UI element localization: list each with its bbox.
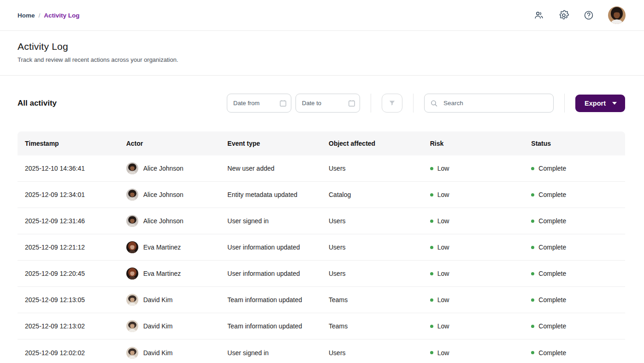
table-row[interactable]: 2025-12-09 12:13:05 David KimTeam inform…: [18, 287, 625, 313]
actor-name: David Kim: [143, 296, 173, 303]
risk-cell: Low: [423, 165, 524, 172]
status-dot: [531, 351, 534, 354]
timestamp-cell: 2025-12-09 12:13:05: [18, 296, 119, 303]
table-row[interactable]: 2025-12-09 12:31:46 Alice JohnsonUser si…: [18, 208, 625, 234]
date-from-field: [227, 94, 291, 113]
actor-cell: Eva Martinez: [119, 241, 220, 253]
object-affected-cell: Catalog: [321, 191, 423, 198]
timestamp-cell: 2025-12-09 12:20:45: [18, 270, 119, 277]
table-row[interactable]: 2025-12-10 14:36:41 Alice JohnsonNew use…: [18, 155, 625, 182]
status-dot: [531, 272, 534, 275]
column-header: Object affected: [321, 140, 423, 147]
date-to-input[interactable]: [295, 94, 360, 113]
breadcrumb-home-link[interactable]: Home: [18, 12, 35, 19]
object-affected-cell: Teams: [321, 322, 423, 330]
event-type-cell: User information updated: [220, 270, 321, 277]
team-icon[interactable]: [533, 10, 544, 21]
table-row[interactable]: 2025-12-09 12:02:02 David KimUser signed…: [18, 339, 625, 363]
object-affected-cell: Users: [321, 244, 423, 251]
actor-name: Alice Johnson: [143, 217, 183, 225]
status-cell: Complete: [524, 165, 625, 172]
actor-cell: David Kim: [119, 347, 220, 359]
status-dot: [430, 351, 433, 354]
event-type-cell: Entity metadata updated: [220, 191, 321, 198]
export-button-label: Export: [585, 100, 606, 107]
timestamp-cell: 2025-12-10 14:36:41: [18, 165, 119, 172]
search-input[interactable]: [424, 94, 554, 113]
actor-name: Eva Martinez: [143, 244, 181, 251]
status-dot: [430, 246, 433, 249]
event-type-cell: User signed in: [220, 349, 321, 357]
activity-table: TimestampActorEvent typeObject affectedR…: [18, 131, 625, 363]
toolbar-divider: [564, 94, 565, 113]
actor-avatar: [126, 189, 138, 201]
object-affected-cell: Users: [321, 217, 423, 225]
column-header: Actor: [119, 140, 220, 147]
actor-avatar: [126, 162, 138, 174]
export-button[interactable]: Export: [575, 95, 625, 112]
actor-cell: Eva Martinez: [119, 268, 220, 280]
actor-name: Alice Johnson: [143, 165, 183, 172]
table-row[interactable]: 2025-12-09 12:13:02 David KimTeam inform…: [18, 313, 625, 339]
actor-avatar: [126, 320, 138, 332]
status-dot: [430, 272, 433, 275]
actor-avatar: [126, 347, 138, 359]
object-affected-cell: Users: [321, 349, 423, 357]
risk-cell: Low: [423, 244, 524, 251]
status-dot: [430, 167, 433, 170]
column-header: Event type: [220, 140, 321, 147]
table-row[interactable]: 2025-12-09 12:21:12 Eva MartinezUser inf…: [18, 234, 625, 261]
status-cell: Complete: [524, 191, 625, 198]
status-dot: [531, 246, 534, 249]
actor-avatar: [126, 294, 138, 306]
actor-name: David Kim: [143, 322, 173, 330]
page-header: Activity Log Track and review all recent…: [0, 31, 644, 76]
breadcrumb-current: Activity Log: [44, 12, 79, 19]
breadcrumb: Home / Activity Log: [18, 12, 80, 19]
object-affected-cell: Users: [321, 270, 423, 277]
filter-button[interactable]: [382, 94, 402, 113]
status-dot: [430, 193, 433, 196]
settings-gear-icon[interactable]: [558, 10, 569, 21]
status-dot: [430, 325, 433, 328]
object-affected-cell: Users: [321, 165, 423, 172]
table-row[interactable]: 2025-12-09 12:20:45 Eva MartinezUser inf…: [18, 261, 625, 287]
profile-avatar[interactable]: [608, 6, 626, 24]
table-row[interactable]: 2025-12-09 12:34:01 Alice JohnsonEntity …: [18, 182, 625, 208]
timestamp-cell: 2025-12-09 12:13:02: [18, 322, 119, 330]
status-cell: Complete: [524, 322, 625, 330]
page-title: Activity Log: [18, 41, 626, 52]
status-cell: Complete: [524, 349, 625, 357]
search-field: [424, 94, 554, 113]
actor-avatar: [126, 241, 138, 253]
date-from-input[interactable]: [227, 94, 291, 113]
status-cell: Complete: [524, 244, 625, 251]
status-dot: [430, 298, 433, 302]
toolbar-divider: [371, 94, 371, 113]
actor-cell: David Kim: [119, 320, 220, 332]
timestamp-cell: 2025-12-09 12:21:12: [18, 244, 119, 251]
status-dot: [531, 325, 534, 328]
section-title: All activity: [18, 99, 57, 108]
filter-funnel-icon: [388, 99, 396, 107]
status-dot: [531, 193, 534, 196]
timestamp-cell: 2025-12-09 12:34:01: [18, 191, 119, 198]
chevron-down-icon: [612, 102, 617, 105]
actor-cell: Alice Johnson: [119, 162, 220, 174]
timestamp-cell: 2025-12-09 12:31:46: [18, 217, 119, 225]
risk-cell: Low: [423, 296, 524, 303]
event-type-cell: User signed in: [220, 217, 321, 225]
status-cell: Complete: [524, 296, 625, 303]
risk-cell: Low: [423, 217, 524, 225]
event-type-cell: User information updated: [220, 244, 321, 251]
status-cell: Complete: [524, 217, 625, 225]
object-affected-cell: Teams: [321, 296, 423, 303]
breadcrumb-separator: /: [39, 12, 41, 19]
column-header: Status: [524, 140, 625, 147]
status-cell: Complete: [524, 270, 625, 277]
risk-cell: Low: [423, 191, 524, 198]
status-dot: [531, 298, 534, 302]
table-body: 2025-12-10 14:36:41 Alice JohnsonNew use…: [18, 155, 625, 363]
help-icon[interactable]: [583, 10, 594, 21]
column-header: Risk: [423, 140, 524, 147]
